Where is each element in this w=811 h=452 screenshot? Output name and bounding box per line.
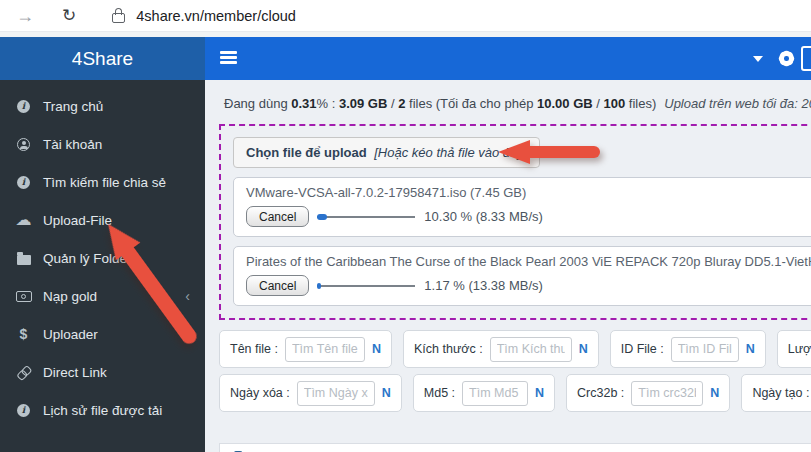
sidebar-item-upload-file[interactable]: Upload-File: [0, 201, 205, 239]
upload-filename: Pirates of the Caribbean The Curse of th…: [246, 254, 811, 269]
progress-fill: [317, 214, 327, 220]
filter-input-crc32b[interactable]: [631, 381, 703, 406]
sidebar-item-direct-link[interactable]: Direct Link: [0, 353, 205, 391]
progress-bar: [317, 214, 415, 220]
sidebar-item-tai-khoan[interactable]: Tài khoản: [0, 125, 205, 163]
app-frame: 4Share Trang chủ Tài khoản Tìm kiếm file…: [0, 37, 811, 452]
sidebar-item-nap-gold[interactable]: Nạp gold ‹: [0, 277, 205, 315]
filter-ten-file: Tên file : N: [219, 330, 392, 368]
upload-item: Pirates of the Caribbean The Curse of th…: [233, 246, 811, 306]
sidebar-item-label: Lịch sử file được tải: [43, 403, 162, 418]
home-folder-row[interactable]: HOME: [219, 443, 811, 452]
sidebar-item-label: Quản lý Folder: [43, 251, 132, 266]
address-bar[interactable]: 4share.vn/member/cloud: [136, 8, 296, 24]
filter-sort-n[interactable]: N: [382, 386, 391, 400]
filter-id-file: ID File : N: [610, 330, 766, 368]
sidebar-item-quan-ly-folder[interactable]: Quản lý Folder: [0, 239, 205, 277]
top-navbar: [205, 37, 811, 80]
filter-luot-tai: Lượt tải :: [777, 330, 811, 368]
filter-sort-n[interactable]: N: [535, 386, 544, 400]
choose-file-label: Chọn file để upload: [246, 145, 367, 160]
filter-ngay-xoa: Ngày xóa : N: [219, 374, 402, 412]
sidebar-item-label: Nạp gold: [43, 289, 97, 304]
reload-icon[interactable]: [62, 7, 76, 24]
edge-partial-element: [801, 46, 811, 71]
caret-down-icon[interactable]: [753, 56, 763, 62]
filter-input-ten-file[interactable]: [285, 337, 365, 362]
sidebar-item-label: Tài khoản: [43, 137, 102, 152]
chevron-left-icon: ‹: [185, 288, 190, 304]
usage-summary: Đang dùng 0.31% : 3.09 GB / 2 files (Tối…: [224, 96, 811, 111]
filter-sort-n[interactable]: N: [579, 342, 588, 356]
progress-text: 1.17 % (13.38 MB/s): [424, 278, 543, 293]
sidebar-item-uploader[interactable]: Uploader: [0, 315, 205, 353]
filter-sort-n[interactable]: N: [710, 386, 719, 400]
content-area: Đang dùng 0.31% : 3.09 GB / 2 files (Tối…: [205, 80, 811, 452]
filter-sort-n[interactable]: N: [746, 342, 755, 356]
forward-icon[interactable]: [16, 7, 34, 25]
dollar-icon: [15, 326, 32, 342]
gear-icon[interactable]: [779, 51, 794, 66]
filter-panel: Tên file : N Kích thước : N ID File : N: [219, 330, 811, 412]
choose-file-button[interactable]: Chọn file để upload [Hoặc kéo thả file v…: [233, 137, 540, 168]
cloud-icon: [15, 212, 32, 228]
brand-logo[interactable]: 4Share: [0, 37, 205, 80]
progress-bar: [317, 283, 415, 289]
cancel-button[interactable]: Cancel: [246, 275, 309, 296]
sidebar-item-lich-su[interactable]: Lịch sử file được tải: [0, 391, 205, 429]
info-icon: [15, 174, 32, 190]
cancel-button[interactable]: Cancel: [246, 206, 309, 227]
progress-fill: [317, 283, 321, 289]
folder-icon: [15, 250, 32, 266]
user-icon: [15, 136, 32, 152]
filter-input-md5[interactable]: [462, 381, 528, 406]
filter-input-id-file[interactable]: [671, 337, 739, 362]
browser-chrome: 4share.vn/member/cloud: [0, 0, 811, 31]
progress-text: 10.30 % (8.33 MB/s): [424, 209, 543, 224]
filter-input-ngay-xoa[interactable]: [297, 381, 375, 406]
filter-kich-thuoc: Kích thước : N: [403, 330, 599, 368]
money-icon: [15, 288, 32, 304]
sidebar-item-label: Trang chủ: [43, 99, 103, 114]
link-icon: [15, 364, 32, 380]
filter-input-kich-thuoc[interactable]: [490, 337, 572, 362]
sidebar-item-trang-chu[interactable]: Trang chủ: [0, 87, 205, 125]
sidebar: 4Share Trang chủ Tài khoản Tìm kiếm file…: [0, 37, 205, 452]
sidebar-item-tim-kiem[interactable]: Tìm kiếm file chia sẻ: [0, 163, 205, 201]
filter-crc32b: Crc32b : N: [566, 374, 730, 412]
info-icon: [15, 98, 32, 114]
filter-md5: Md5 : N: [413, 374, 555, 412]
sidebar-menu: Trang chủ Tài khoản Tìm kiếm file chia s…: [0, 80, 205, 429]
info-icon: [15, 402, 32, 418]
filter-sort-n[interactable]: N: [372, 342, 381, 356]
upload-filename: VMware-VCSA-all-7.0.2-17958471.iso (7.45…: [246, 185, 811, 200]
filter-ngay-tao: Ngày tạo :: [741, 374, 811, 412]
hamburger-icon[interactable]: [220, 51, 237, 64]
lock-icon[interactable]: [112, 13, 125, 23]
upload-item: VMware-VCSA-all-7.0.2-17958471.iso (7.45…: [233, 177, 811, 237]
drag-drop-hint: [Hoặc kéo thả file vào đây]: [374, 145, 527, 160]
upload-dropzone[interactable]: Chọn file để upload [Hoặc kéo thả file v…: [219, 124, 811, 320]
main-area: Đang dùng 0.31% : 3.09 GB / 2 files (Tối…: [205, 37, 811, 452]
sidebar-item-label: Direct Link: [43, 365, 107, 380]
sidebar-item-label: Upload-File: [43, 213, 112, 228]
upload-limit-note: Upload trên web tối đa: 20.00 GB /1 file: [664, 96, 811, 111]
sidebar-item-label: Tìm kiếm file chia sẻ: [43, 175, 166, 190]
sidebar-item-label: Uploader: [43, 327, 98, 342]
